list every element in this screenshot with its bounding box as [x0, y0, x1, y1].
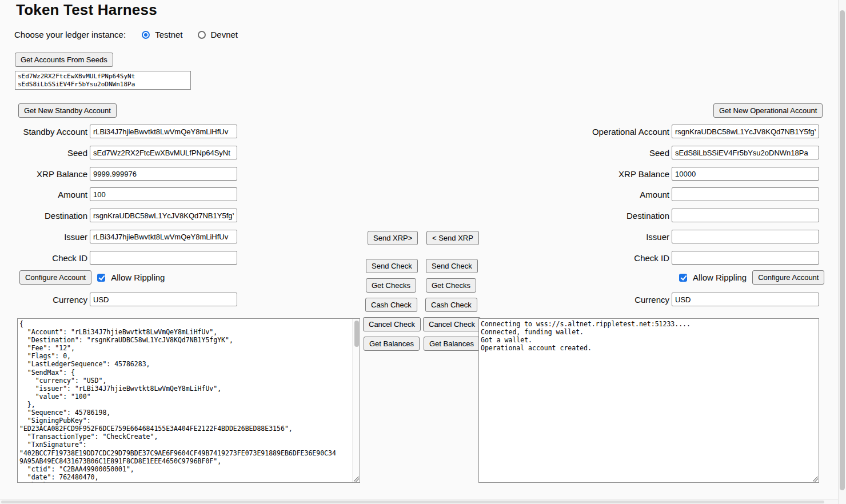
standby-account-label: Standby Account: [0, 127, 90, 137]
window-vertical-scrollbar-thumb[interactable]: [840, 10, 845, 490]
operational-xrp-balance-label: XRP Balance: [580, 169, 672, 179]
operational-xrp-balance-input[interactable]: [672, 167, 819, 181]
operational-check-id-row: Check ID: [580, 251, 819, 265]
token-test-harness-page: Token Test Harness Choose your ledger in…: [0, 0, 846, 504]
operational-seed-row: Seed: [580, 146, 819, 159]
standby-account-row: Standby Account: [0, 125, 237, 138]
operational-seed-label: Seed: [580, 148, 672, 158]
cancel-check-operational-button[interactable]: Cancel Check: [423, 317, 481, 331]
standby-configure-row: Configure Account Allow Rippling: [19, 270, 170, 285]
standby-issuer-label: Issuer: [0, 232, 90, 242]
operational-results-textarea[interactable]: Connecting to wss://s.altnet.rippletest.…: [478, 318, 819, 483]
seeds-textarea[interactable]: sEd7Wz2RX2FtcEwXBvMULfPNp64SyNt sEdS8iLb…: [15, 71, 191, 90]
standby-amount-row: Amount: [0, 187, 237, 201]
window-horizontal-scrollbar-thumb[interactable]: [1, 501, 824, 503]
send-xrp-operational-button[interactable]: < Send XRP: [426, 231, 479, 245]
operational-account-row: Operational Account: [580, 125, 819, 138]
send-xrp-standby-button[interactable]: Send XRP>: [368, 231, 418, 245]
standby-check-id-label: Check ID: [0, 253, 90, 263]
radio-testnet-label[interactable]: Testnet: [155, 30, 182, 39]
get-new-operational-account-button[interactable]: Get New Operational Account: [713, 103, 823, 118]
operational-issuer-label: Issuer: [580, 232, 672, 242]
get-balances-standby-button[interactable]: Get Balances: [364, 337, 420, 351]
standby-issuer-row: Issuer: [0, 230, 237, 243]
standby-amount-label: Amount: [0, 190, 90, 199]
get-new-standby-account-button[interactable]: Get New Standby Account: [18, 103, 117, 118]
operational-currency-input[interactable]: [672, 293, 819, 306]
operational-seed-input[interactable]: [672, 146, 819, 159]
standby-xrp-balance-input[interactable]: [90, 167, 237, 181]
operational-allow-rippling-label: Allow Rippling: [693, 273, 747, 282]
send-check-standby-button[interactable]: Send Check: [366, 259, 418, 273]
operational-results-container: Connecting to wss://s.altnet.rippletest.…: [478, 318, 819, 483]
operational-amount-input[interactable]: [672, 187, 819, 201]
standby-currency-label: Currency: [0, 295, 90, 305]
window-horizontal-scrollbar[interactable]: [0, 499, 838, 504]
operational-xrp-balance-row: XRP Balance: [580, 167, 819, 181]
standby-results-scrollbar[interactable]: [352, 319, 360, 482]
page-title: Token Test Harness: [16, 1, 157, 19]
standby-currency-input[interactable]: [90, 293, 237, 306]
standby-allow-rippling-label: Allow Rippling: [111, 273, 165, 282]
get-accounts-from-seeds-button[interactable]: Get Accounts From Seeds: [15, 53, 113, 67]
get-balances-operational-button[interactable]: Get Balances: [424, 337, 480, 351]
cash-check-operational-button[interactable]: Cash Check: [425, 298, 477, 312]
operational-amount-row: Amount: [580, 187, 819, 201]
operational-configure-row: Allow Rippling Configure Account: [679, 270, 824, 285]
standby-results-resize-grip[interactable]: [354, 477, 359, 482]
standby-results-container: { "Account": "rLBi34J7hjieBwvtkt8LwVmQeY…: [17, 318, 360, 483]
operational-configure-account-button[interactable]: Configure Account: [752, 270, 824, 285]
standby-destination-input[interactable]: [90, 209, 237, 222]
standby-issuer-input[interactable]: [90, 230, 237, 243]
standby-destination-label: Destination: [0, 211, 90, 221]
standby-configure-account-button[interactable]: Configure Account: [19, 270, 91, 285]
operational-destination-row: Destination: [580, 209, 819, 222]
standby-xrp-balance-label: XRP Balance: [0, 169, 90, 179]
operational-check-id-label: Check ID: [580, 253, 672, 263]
standby-account-input[interactable]: [90, 125, 237, 138]
radio-testnet[interactable]: Testnet: [142, 30, 182, 39]
standby-seed-input[interactable]: [90, 146, 237, 159]
operational-account-input[interactable]: [672, 125, 819, 138]
standby-check-id-input[interactable]: [90, 251, 237, 265]
standby-allow-rippling-checkbox[interactable]: [97, 274, 105, 282]
standby-xrp-balance-row: XRP Balance: [0, 167, 237, 181]
standby-amount-input[interactable]: [90, 187, 237, 201]
standby-results-textarea[interactable]: { "Account": "rLBi34J7hjieBwvtkt8LwVmQeY…: [17, 318, 360, 483]
standby-seed-label: Seed: [0, 148, 90, 158]
operational-amount-label: Amount: [580, 190, 672, 199]
cancel-check-standby-button[interactable]: Cancel Check: [363, 317, 421, 331]
radio-devnet-label[interactable]: Devnet: [211, 30, 238, 39]
operational-check-id-input[interactable]: [672, 251, 819, 265]
ledger-instance-row: Choose your ledger instance: Testnet Dev…: [14, 30, 253, 39]
operational-results-resize-grip[interactable]: [813, 477, 818, 482]
get-checks-operational-button[interactable]: Get Checks: [426, 278, 476, 293]
ledger-instance-label: Choose your ledger instance:: [14, 30, 126, 39]
cash-check-standby-button[interactable]: Cash Check: [365, 298, 417, 312]
radio-testnet-icon[interactable]: [142, 31, 150, 39]
operational-allow-rippling-checkbox[interactable]: [679, 274, 687, 282]
send-check-operational-button[interactable]: Send Check: [426, 259, 478, 273]
standby-check-id-row: Check ID: [0, 251, 237, 265]
operational-destination-label: Destination: [580, 211, 672, 221]
operational-destination-input[interactable]: [672, 209, 819, 222]
standby-currency-row: Currency: [0, 293, 237, 306]
operational-account-label: Operational Account: [580, 127, 672, 137]
standby-results-scrollbar-thumb[interactable]: [354, 321, 359, 347]
operational-currency-label: Currency: [580, 295, 672, 305]
operational-issuer-row: Issuer: [580, 230, 819, 243]
window-vertical-scrollbar[interactable]: [838, 0, 846, 504]
get-checks-standby-button[interactable]: Get Checks: [366, 278, 416, 293]
standby-destination-row: Destination: [0, 209, 237, 222]
radio-devnet-icon[interactable]: [198, 31, 206, 39]
operational-issuer-input[interactable]: [672, 230, 819, 243]
standby-seed-row: Seed: [0, 146, 237, 159]
operational-currency-row: Currency: [580, 293, 819, 306]
radio-devnet[interactable]: Devnet: [198, 30, 238, 39]
